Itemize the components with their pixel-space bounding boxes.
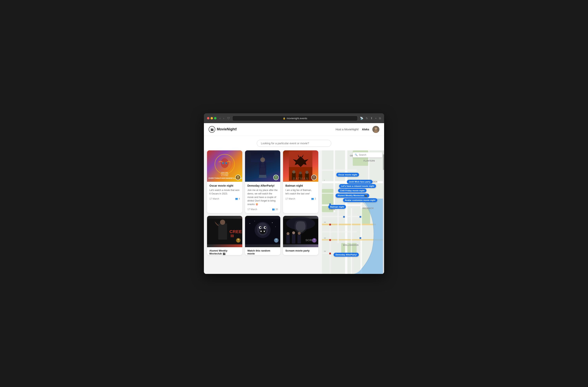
map-label-john-wick[interactable]: Jonh Wick fans party xyxy=(347,180,373,184)
map-label-chill-friday[interactable]: Chill Friday movie night xyxy=(338,189,366,193)
forward-button[interactable]: › xyxy=(223,116,225,120)
svg-point-39 xyxy=(220,220,225,225)
card-title-scream: Scream movie party xyxy=(283,247,318,252)
card-date-batman: 17 March xyxy=(285,197,295,200)
svg-rect-88 xyxy=(337,204,339,243)
poster-random xyxy=(245,216,280,247)
logo[interactable]: 🎬 MovieNight! xyxy=(209,126,237,133)
svg-point-5 xyxy=(221,158,229,168)
movie-grid: EVERYTHING EVERYWHERE ALL AT ONCE xyxy=(207,150,318,213)
host-avatar-batman xyxy=(311,175,317,180)
host-avatar-demoday xyxy=(273,175,279,180)
map-label-oscar[interactable]: Oscar movie night xyxy=(336,173,359,177)
new-tab-icon[interactable]: + xyxy=(375,117,377,120)
shield-icon: 🛡 xyxy=(227,117,230,120)
poster-batman: BATMAN xyxy=(283,150,318,182)
svg-rect-66 xyxy=(297,234,301,244)
map-label-batman[interactable]: Batman night xyxy=(328,205,346,209)
svg-rect-81 xyxy=(334,150,335,212)
svg-point-56 xyxy=(275,227,275,227)
svg-point-71 xyxy=(313,241,315,242)
map-search[interactable]: 🔍 Search xyxy=(353,152,382,158)
movie-card-demoday[interactable]: Demoday AfterParty! Join me at my place … xyxy=(245,150,280,213)
browser-chrome: ‹ › 🛡 🔒 movienight.events 📡 ↻ ⬆ + ⧉ xyxy=(204,113,384,123)
card-attendees-demoday: 👥 20 xyxy=(272,208,278,211)
card-footer-demoday: 17 March 👥 20 xyxy=(247,208,278,211)
avatar[interactable] xyxy=(372,126,379,133)
address-bar[interactable]: 🔒 movienight.events xyxy=(232,116,357,121)
svg-point-28 xyxy=(292,170,295,174)
scrollbar-thumb[interactable] xyxy=(383,154,384,170)
svg-point-48 xyxy=(259,229,266,234)
svg-point-58 xyxy=(275,239,277,240)
svg-rect-90 xyxy=(330,224,331,274)
movie-card-oscar[interactable]: EVERYTHING EVERYWHERE ALL AT ONCE xyxy=(207,150,242,213)
map-label-relaxed[interactable]: Let's have a relaxed movie night xyxy=(339,184,376,188)
svg-rect-96 xyxy=(359,216,361,218)
scrollbar[interactable] xyxy=(383,150,384,274)
tabs-icon[interactable]: ⧉ xyxy=(379,117,381,120)
url-text: movienight.events xyxy=(287,117,307,120)
movie-card-batman[interactable]: BATMAN xyxy=(283,150,318,213)
card-desc-demoday: Join me at my place after the demo, we w… xyxy=(247,188,278,206)
svg-point-63 xyxy=(287,232,290,235)
svg-text:CREED: CREED xyxy=(230,229,242,234)
map-label-avatar[interactable]: Avatar customize movie night xyxy=(343,198,377,202)
svg-point-8 xyxy=(223,163,224,163)
svg-rect-64 xyxy=(292,234,295,244)
svg-text:BATMAN: BATMAN xyxy=(293,177,309,180)
svg-point-36 xyxy=(313,178,315,180)
movie-card-alumni[interactable]: CREED III Alumni Weekly Movieclub 🎬 xyxy=(207,216,242,255)
card-attendees-oscar: 👥 4 xyxy=(235,197,240,200)
svg-point-35 xyxy=(313,176,315,178)
svg-text:3W: 3W xyxy=(324,222,326,223)
svg-rect-21 xyxy=(251,152,274,162)
poster-demoday xyxy=(245,150,280,182)
lock-icon: 🔒 xyxy=(283,117,286,120)
logo-icon: 🎬 xyxy=(209,126,215,133)
svg-point-54 xyxy=(254,221,255,221)
svg-text:EVERYWHERE: EVERYWHERE xyxy=(221,174,229,175)
host-movienight-link[interactable]: Host a MovieNight! xyxy=(336,128,359,131)
search-section xyxy=(204,136,384,150)
svg-text:3W: 3W xyxy=(324,250,326,252)
minimize-button[interactable] xyxy=(210,117,213,119)
svg-point-32 xyxy=(305,171,309,174)
svg-point-65 xyxy=(292,231,295,234)
movie-card-scream[interactable]: SCREA Scream movie party xyxy=(283,216,318,255)
card-title-oscar: Oscar movie night xyxy=(210,184,240,187)
refresh-icon[interactable]: ↻ xyxy=(366,117,368,120)
map-label-demoday[interactable]: Demoday AfterParty! xyxy=(334,253,359,257)
svg-point-14 xyxy=(237,176,239,178)
svg-point-51 xyxy=(260,227,261,228)
close-button[interactable] xyxy=(207,117,210,119)
movie-card-random[interactable]: Watch this random movie xyxy=(245,216,280,255)
svg-point-43 xyxy=(237,239,239,240)
svg-point-9 xyxy=(226,163,227,163)
attendee-icon: 👥 xyxy=(235,197,238,200)
svg-rect-100 xyxy=(329,252,331,254)
svg-text:III: III xyxy=(231,233,234,238)
svg-rect-99 xyxy=(329,239,331,241)
cast-icon[interactable]: 📡 xyxy=(360,117,363,120)
page-content: 🎬 MovieNight! Host a MovieNight! Aleks xyxy=(204,123,384,274)
back-button[interactable]: ‹ xyxy=(219,116,221,120)
svg-text:ALL AT ONCE: ALL AT ONCE xyxy=(221,175,228,176)
share-icon[interactable]: ⬆ xyxy=(370,117,373,120)
main-layout: EVERYTHING EVERYWHERE ALL AT ONCE xyxy=(204,150,384,274)
maximize-button[interactable] xyxy=(214,117,216,119)
poster-creed: CREED III xyxy=(207,216,242,247)
svg-point-1 xyxy=(375,127,377,130)
attendee-icon-demoday: 👥 xyxy=(272,208,275,210)
card-title-batman: Batman night xyxy=(285,184,316,187)
card-desc-oscar: Let's watch a movie that won 6 Oscars in… xyxy=(210,188,240,195)
svg-rect-98 xyxy=(329,224,331,226)
svg-point-2 xyxy=(374,130,378,133)
map-search-placeholder: Search xyxy=(359,154,366,156)
svg-point-70 xyxy=(313,239,315,240)
card-date-demoday: 17 March xyxy=(247,208,257,211)
map-label-alumni[interactable]: Alumni Weekly Movieclub 🎬 xyxy=(336,193,369,198)
search-input[interactable] xyxy=(257,140,331,147)
area-label-wollishofen: WOLLISHOFEN xyxy=(343,244,358,246)
poster-oscar: EVERYTHING EVERYWHERE ALL AT ONCE xyxy=(207,150,242,182)
